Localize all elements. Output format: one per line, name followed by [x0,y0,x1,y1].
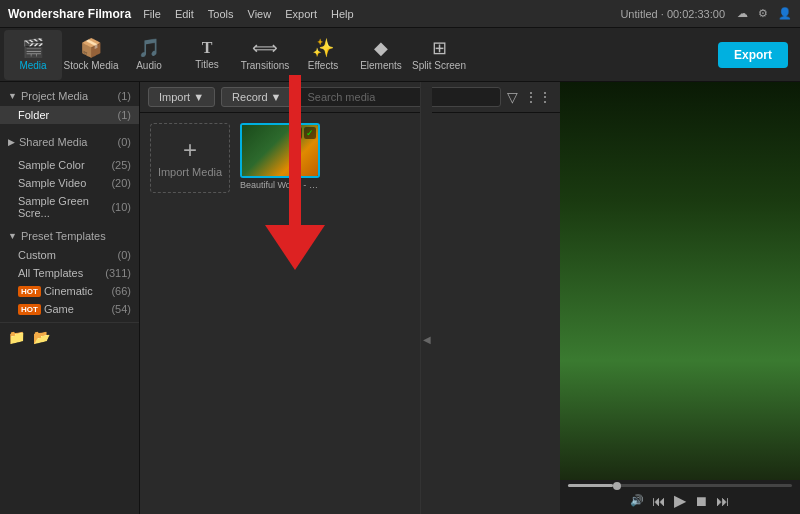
sidebar-header-preset[interactable]: ▼ Preset Templates [0,226,139,246]
sidebar-item-sample-color[interactable]: Sample Color (25) [0,156,139,174]
sidebar-item-sample-video[interactable]: Sample Video (20) [0,174,139,192]
sidebar-item-sample-green[interactable]: Sample Green Scre... (10) [0,192,139,222]
folder-icon[interactable]: 📂 [33,329,50,345]
sidebar-preset-label: Preset Templates [21,230,106,242]
preview-controls: 🔊 ⏮ ▶ ⏹ ⏭ [560,480,800,514]
chevron-down-icon: ▼ [8,91,17,101]
stop-icon[interactable]: ⏹ [694,493,708,509]
check-icon[interactable]: ✓ [304,127,316,139]
titles-icon: T [202,40,213,56]
thumb-box: ⤢ ✓ [240,123,320,178]
sidebar-item-folder[interactable]: Folder (1) [0,106,139,124]
thumb-label: Beautiful World - Wild A... [240,180,320,190]
settings-icon[interactable]: ⚙ [758,7,768,20]
sidebar-header-project-media[interactable]: ▼ Project Media (1) [0,86,139,106]
preview-frame [560,82,800,480]
tool-titles[interactable]: T Titles [178,30,236,80]
media-thumbnail[interactable]: ⤢ ✓ Beautiful World - Wild A... [240,123,320,193]
add-folder-icon[interactable]: 📁 [8,329,25,345]
game-count: (54) [111,303,131,315]
sidebar: ▼ Project Media (1) Folder (1) ▶ Shared … [0,82,140,514]
custom-count: (0) [118,249,131,261]
sample-video-label: Sample Video [18,177,86,189]
tool-titles-label: Titles [195,59,219,70]
user-icon[interactable]: 👤 [778,7,792,20]
playback-controls: 🔊 ⏮ ▶ ⏹ ⏭ [568,491,792,510]
import-media-placeholder[interactable]: + Import Media [150,123,230,193]
skip-forward-icon[interactable]: ⏭ [716,493,730,509]
filter-icons: ▽ ⋮⋮ [507,89,552,105]
media-panel: Import ▼ Record ▼ ▽ ⋮⋮ [140,82,560,514]
tool-transitions[interactable]: ⟺ Transitions [236,30,294,80]
cloud-icon[interactable]: ☁ [737,7,748,20]
tool-media[interactable]: 🎬 Media [4,30,62,80]
sidebar-section-project-media: ▼ Project Media (1) Folder (1) [0,82,139,128]
menu-tools[interactable]: Tools [208,8,234,20]
panel-collapse-handle[interactable]: ◀ [420,82,432,514]
folder-label: Folder [18,109,49,121]
record-button[interactable]: Record ▼ [221,87,292,107]
expand-icon[interactable]: ⤢ [290,127,302,139]
tool-stock-label: Stock Media [63,60,118,71]
import-button[interactable]: Import ▼ [148,87,215,107]
tool-split-screen[interactable]: ⊞ Split Screen [410,30,468,80]
tool-split-label: Split Screen [412,60,466,71]
audio-icon: 🎵 [138,39,160,57]
tool-stock-media[interactable]: 📦 Stock Media [62,30,120,80]
progress-fill [568,484,613,487]
topbar: Wondershare Filmora File Edit Tools View… [0,0,800,28]
play-icon[interactable]: ▶ [674,491,686,510]
menu-view[interactable]: View [248,8,272,20]
volume-icon[interactable]: 🔊 [630,494,644,507]
filter-icon[interactable]: ▽ [507,89,518,105]
menu-help[interactable]: Help [331,8,354,20]
sidebar-item-all-templates[interactable]: All Templates (311) [0,264,139,282]
project-title: Untitled · 00:02:33:00 [620,8,725,20]
sidebar-item-custom[interactable]: Custom (0) [0,246,139,264]
sidebar-item-game[interactable]: HOT Game (54) [0,300,139,318]
sidebar-shared-label: Shared Media [19,136,88,148]
tool-media-label: Media [19,60,46,71]
stock-icon: 📦 [80,39,102,57]
import-chevron-icon: ▼ [193,91,204,103]
hot-badge-game: HOT [18,304,41,315]
menu-file[interactable]: File [143,8,161,20]
tool-elements-label: Elements [360,60,402,71]
tool-elements[interactable]: ◆ Elements [352,30,410,80]
thumb-action-icons: ⤢ ✓ [290,127,316,139]
all-templates-count: (311) [105,267,131,279]
grid-icon[interactable]: ⋮⋮ [524,89,552,105]
all-templates-label: All Templates [18,267,83,279]
cinematic-count: (66) [111,285,131,297]
sidebar-item-cinematic[interactable]: HOT Cinematic (66) [0,282,139,300]
sample-video-count: (20) [111,177,131,189]
search-input[interactable] [298,87,501,107]
tool-audio[interactable]: 🎵 Audio [120,30,178,80]
sample-color-label: Sample Color [18,159,85,171]
import-media-label: Import Media [158,166,222,178]
preview-progress-bar[interactable] [568,484,792,487]
export-button[interactable]: Export [718,42,788,68]
cinematic-label: Cinematic [44,285,93,297]
progress-dot [613,482,621,490]
folder-count: (1) [118,109,131,121]
sidebar-bottom-icons: 📁 📂 [0,322,139,351]
game-label: Game [44,303,74,315]
sample-color-count: (25) [111,159,131,171]
tool-effects-label: Effects [308,60,338,71]
sidebar-header-shared-media[interactable]: ▶ Shared Media (0) [0,132,139,152]
sample-green-count: (10) [111,201,131,213]
menu-export[interactable]: Export [285,8,317,20]
record-chevron-icon: ▼ [271,91,282,103]
media-grid: + Import Media ⤢ ✓ Beautiful World - Wil [140,113,560,514]
effects-icon: ✨ [312,39,334,57]
collapse-icon: ◀ [423,334,431,345]
menu-bar: File Edit Tools View Export Help [143,8,353,20]
menu-edit[interactable]: Edit [175,8,194,20]
media-icon: 🎬 [22,39,44,57]
sidebar-shared-count: (0) [118,136,131,148]
split-icon: ⊞ [432,39,447,57]
tool-effects[interactable]: ✨ Effects [294,30,352,80]
skip-back-icon[interactable]: ⏮ [652,493,666,509]
tool-transitions-label: Transitions [241,60,290,71]
